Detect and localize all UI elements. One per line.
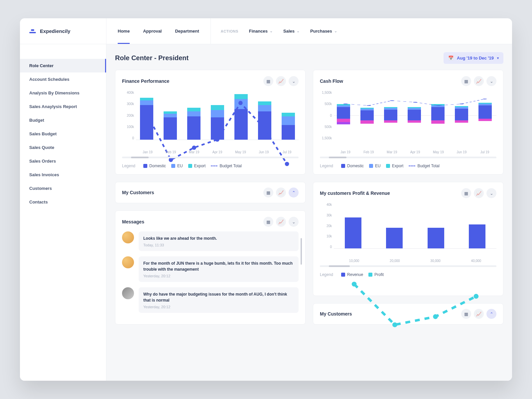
svg-point-1: [169, 158, 173, 162]
date-range-label: Aug '19 to Dec '19: [457, 56, 494, 61]
chevron-down-icon: ⌄: [270, 29, 273, 33]
grid-view-icon[interactable]: ▦: [461, 76, 471, 86]
collapse-icon[interactable]: ⌄: [486, 76, 496, 86]
card-my-customers-2: My Customers ▦ 📈 ⌃: [313, 303, 503, 325]
grid-view-icon[interactable]: ▦: [461, 188, 471, 198]
message-text: For the month of JUN there is a huge bum…: [143, 260, 294, 272]
grid-view-icon[interactable]: ▦: [461, 309, 471, 319]
sidebar-item-customers[interactable]: Customers: [20, 182, 106, 195]
expand-icon[interactable]: ⌃: [289, 188, 299, 198]
chart-view-icon[interactable]: 📈: [474, 309, 484, 319]
grid-view-icon[interactable]: ▦: [263, 188, 273, 198]
action-sales[interactable]: Sales⌄: [283, 29, 300, 34]
body: Role Center Account Schedules Analysis B…: [20, 44, 512, 381]
sidebar: Role Center Account Schedules Analysis B…: [20, 44, 106, 381]
brand-name: Expediencily: [40, 28, 70, 34]
header: Expediencily Home Approval Department AC…: [20, 18, 512, 44]
card-title: Cash Flow: [320, 78, 343, 84]
message-item[interactable]: Why do have the major budgeting issues f…: [122, 287, 299, 313]
sidebar-item-sales-quote[interactable]: Sales Quote: [20, 141, 106, 154]
card-profit-revenue: My customers Profit & Revenue ▦ 📈 ⌄ 40k3…: [313, 182, 503, 296]
card-cash-flow: Cash Flow ▦ 📈 ⌄ 1,500k500k0500k1,500k: [313, 70, 503, 175]
sidebar-item-sales-invoices[interactable]: Sales Invoices: [20, 168, 106, 182]
avatar: [122, 231, 134, 243]
collapse-icon[interactable]: ⌄: [289, 217, 299, 227]
calendar-icon: 📅: [448, 56, 454, 61]
chevron-down-icon: ⌄: [334, 29, 337, 33]
legend: Legend Domestic EU Export Budget Total: [122, 164, 299, 168]
app-window: Expediencily Home Approval Department AC…: [20, 18, 512, 381]
legend: Legend Revenue Profit: [320, 272, 496, 277]
card-finance-performance: Finance Performance ▦ 📈 ⌄ 400k300k200k10…: [115, 70, 306, 175]
grid-view-icon[interactable]: ▦: [263, 76, 273, 86]
card-my-customers: My Customers ▦ 📈 ⌃: [115, 182, 306, 203]
expand-icon[interactable]: ⌃: [486, 309, 496, 319]
messages-list: Looks like we are ahead for the month.To…: [122, 231, 299, 313]
logo-icon: [29, 29, 36, 33]
actions-nav: ACTIONS Finances⌄ Sales⌄ Purchases⌄: [211, 29, 347, 34]
sidebar-item-contacts[interactable]: Contacts: [20, 195, 106, 209]
card-messages: Messages ▦ 📈 ⌄ Looks like we are ahead f…: [115, 210, 306, 325]
finance-chart: 400k300k200k100k0 Jan 19Feb 19Mar 19Apr …: [122, 91, 299, 147]
card-title: My Customers: [320, 311, 352, 317]
message-time: Yesterday, 20:12: [143, 305, 294, 309]
action-purchases[interactable]: Purchases⌄: [310, 29, 337, 34]
legend: Legend Domestic EU Export Budget Total: [320, 164, 496, 168]
sidebar-item-sales-orders[interactable]: Sales Orders: [20, 154, 106, 168]
sidebar-item-sales-analysis[interactable]: Sales Anaylysis Report: [20, 100, 106, 113]
chart-scrollbar[interactable]: [122, 157, 299, 158]
date-range-picker[interactable]: 📅 Aug '19 to Dec '19 ▾: [444, 52, 503, 64]
message-time: Yesterday, 20:12: [143, 274, 294, 278]
sidebar-item-role-center[interactable]: Role Center: [20, 59, 106, 72]
message-item[interactable]: For the month of JUN there is a huge bum…: [122, 256, 299, 282]
avatar: [122, 256, 134, 268]
chart-scrollbar[interactable]: [320, 265, 496, 267]
card-title: My Customers: [122, 190, 154, 195]
collapse-icon[interactable]: ⌄: [486, 188, 496, 198]
page-header: Role Center - President 📅 Aug '19 to Dec…: [115, 52, 503, 64]
page-title: Role Center - President: [115, 54, 189, 62]
nav-approval[interactable]: Approval: [143, 18, 162, 44]
svg-point-14: [352, 282, 357, 287]
chart-view-icon[interactable]: 📈: [474, 188, 484, 198]
logo-area: Expediencily: [20, 18, 106, 44]
content: Role Center - President 📅 Aug '19 to Dec…: [106, 44, 512, 381]
card-title: My customers Profit & Revenue: [320, 191, 390, 196]
svg-point-17: [474, 294, 479, 299]
chart-view-icon[interactable]: 📈: [276, 188, 286, 198]
sidebar-item-sales-budget[interactable]: Sales Budget: [20, 127, 106, 141]
card-title: Finance Performance: [122, 78, 169, 84]
nav-home[interactable]: Home: [118, 18, 130, 44]
chart-view-icon[interactable]: 📈: [276, 76, 286, 86]
card-grid: Finance Performance ▦ 📈 ⌄ 400k300k200k10…: [115, 70, 503, 325]
chart-scrollbar[interactable]: [320, 157, 496, 158]
sidebar-item-budget[interactable]: Budget: [20, 113, 106, 127]
main-nav: Home Approval Department: [106, 18, 211, 44]
grid-view-icon[interactable]: ▦: [263, 217, 273, 227]
cashflow-chart: 1,500k500k0500k1,500k Jan 19Feb 19Mar 19…: [320, 91, 496, 147]
chevron-down-icon: ▾: [497, 56, 499, 60]
message-item[interactable]: Looks like we are ahead for the month.To…: [122, 231, 299, 251]
nav-department[interactable]: Department: [175, 18, 199, 44]
avatar: [122, 287, 134, 299]
sidebar-item-account-schedules[interactable]: Account Schedules: [20, 72, 106, 86]
chart-view-icon[interactable]: 📈: [276, 217, 286, 227]
sidebar-item-analysis[interactable]: Analysis By Dimensions: [20, 86, 106, 100]
profit-revenue-chart: 40k30k20k10k0 10,00020,00030,00040,000: [320, 203, 496, 256]
action-finances[interactable]: Finances⌄: [249, 29, 273, 34]
chevron-down-icon: ⌄: [297, 29, 300, 33]
actions-label: ACTIONS: [221, 29, 238, 33]
svg-point-2: [192, 146, 196, 150]
message-time: Today, 11:33: [143, 243, 294, 247]
message-text: Why do have the major budgeting issues f…: [143, 291, 294, 303]
card-title: Messages: [122, 219, 144, 224]
collapse-icon[interactable]: ⌄: [289, 76, 299, 86]
chart-view-icon[interactable]: 📈: [474, 76, 484, 86]
message-text: Looks like we are ahead for the month.: [143, 235, 294, 241]
